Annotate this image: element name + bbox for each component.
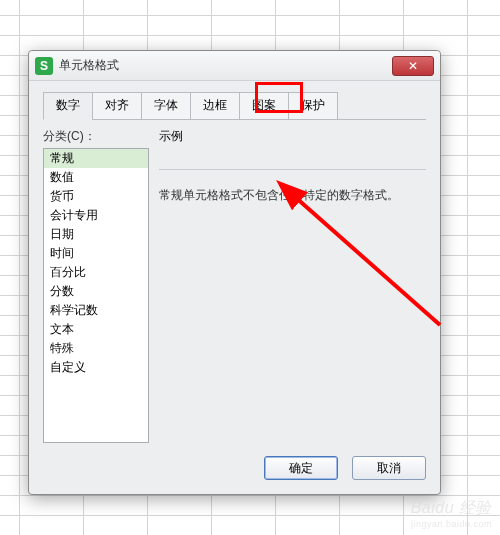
dialog-content: 分类(C)： 常规 数值 货币 会计专用 日期 时间 百分比 分数 科学记数 文… — [29, 120, 440, 453]
watermark: Baidu 经验 jingyan.baidu.com — [411, 498, 492, 529]
tab-border[interactable]: 边框 — [190, 92, 240, 120]
cell-format-dialog: S 单元格格式 ✕ 数字 对齐 字体 边框 图案 保护 分类(C)： 常规 数值… — [28, 50, 441, 495]
category-column: 分类(C)： 常规 数值 货币 会计专用 日期 时间 百分比 分数 科学记数 文… — [43, 128, 149, 443]
dialog-title: 单元格格式 — [59, 57, 392, 74]
tab-bar: 数字 对齐 字体 边框 图案 保护 — [43, 91, 426, 120]
category-item-date[interactable]: 日期 — [44, 225, 148, 244]
example-label: 示例 — [159, 128, 426, 170]
category-item-number[interactable]: 数值 — [44, 168, 148, 187]
dialog-titlebar: S 单元格格式 ✕ — [29, 51, 440, 81]
category-item-fraction[interactable]: 分数 — [44, 282, 148, 301]
category-item-custom[interactable]: 自定义 — [44, 358, 148, 377]
button-row: 确定 取消 — [264, 456, 426, 480]
close-button[interactable]: ✕ — [392, 56, 434, 76]
cancel-button[interactable]: 取消 — [352, 456, 426, 480]
format-description: 常规单元格格式不包含任何特定的数字格式。 — [159, 186, 426, 204]
tab-pattern[interactable]: 图案 — [239, 92, 289, 120]
category-item-text[interactable]: 文本 — [44, 320, 148, 339]
category-item-special[interactable]: 特殊 — [44, 339, 148, 358]
watermark-main: Baidu 经验 — [411, 499, 492, 516]
preview-column: 示例 常规单元格格式不包含任何特定的数字格式。 — [159, 128, 426, 443]
tab-protection[interactable]: 保护 — [288, 92, 338, 120]
watermark-sub: jingyan.baidu.com — [411, 519, 492, 529]
category-label: 分类(C)： — [43, 128, 149, 145]
tab-alignment[interactable]: 对齐 — [92, 92, 142, 120]
category-item-percentage[interactable]: 百分比 — [44, 263, 148, 282]
category-list[interactable]: 常规 数值 货币 会计专用 日期 时间 百分比 分数 科学记数 文本 特殊 自定… — [43, 148, 149, 443]
ok-button[interactable]: 确定 — [264, 456, 338, 480]
tab-font[interactable]: 字体 — [141, 92, 191, 120]
category-item-scientific[interactable]: 科学记数 — [44, 301, 148, 320]
category-item-general[interactable]: 常规 — [44, 149, 148, 168]
category-item-accounting[interactable]: 会计专用 — [44, 206, 148, 225]
category-item-time[interactable]: 时间 — [44, 244, 148, 263]
category-item-currency[interactable]: 货币 — [44, 187, 148, 206]
tab-number[interactable]: 数字 — [43, 92, 93, 120]
app-icon: S — [35, 57, 53, 75]
